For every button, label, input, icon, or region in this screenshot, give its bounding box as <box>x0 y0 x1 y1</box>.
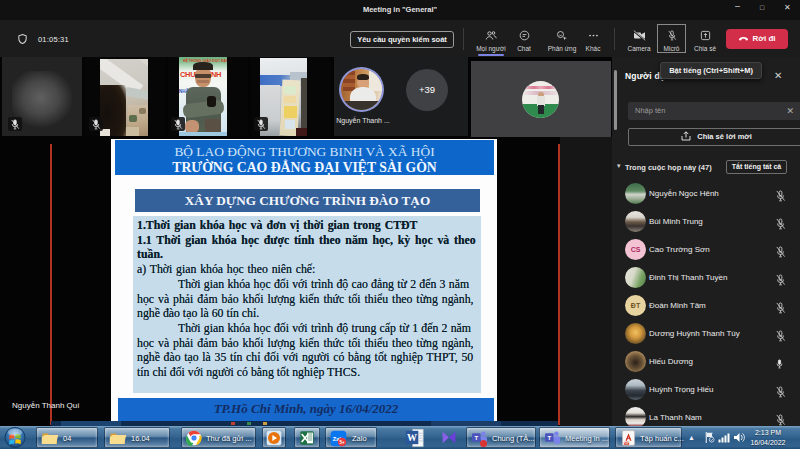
svg-text:T: T <box>474 435 478 441</box>
svg-text:5+: 5+ <box>339 440 345 445</box>
svg-text:PDF: PDF <box>624 441 630 445</box>
svg-text:W: W <box>407 432 417 443</box>
svg-text:T: T <box>547 435 551 441</box>
